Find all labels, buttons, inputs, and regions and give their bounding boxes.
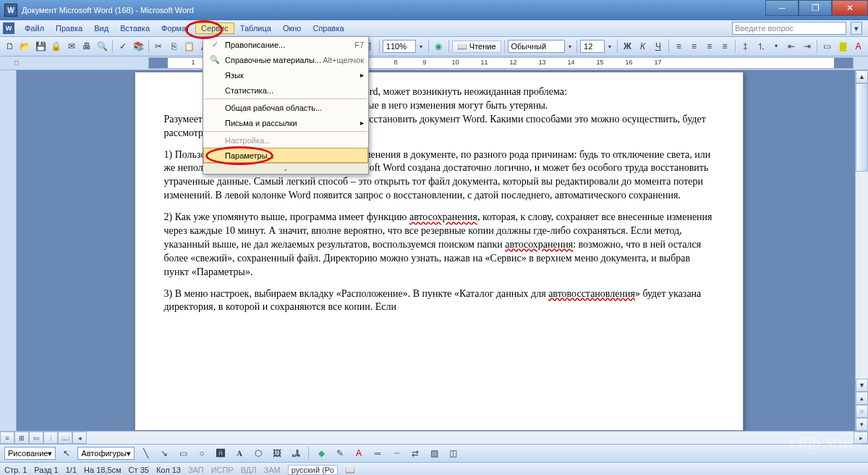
shadow-icon[interactable]: ▧ xyxy=(426,445,442,461)
minimize-button[interactable]: ─ xyxy=(765,0,799,16)
font-color-draw-icon[interactable]: A xyxy=(351,445,367,461)
numbering-icon[interactable]: ⒈ xyxy=(754,38,767,54)
fontsize-select[interactable]: 12 xyxy=(580,40,605,53)
scroll-right-icon[interactable]: ▸ xyxy=(854,432,868,444)
research-icon[interactable]: 📚 xyxy=(131,38,145,54)
line-color-icon[interactable]: ✎ xyxy=(332,445,348,461)
menuitem-customize[interactable]: Настройка... xyxy=(203,133,368,148)
outline-view-icon[interactable]: ⋮ xyxy=(43,432,58,444)
zoom-dropdown-icon[interactable]: ▾ xyxy=(417,43,425,50)
highlight-icon[interactable]: ▇ xyxy=(836,38,850,54)
status-ovr[interactable]: ЗАМ xyxy=(264,466,281,474)
status-ext[interactable]: ВДЛ xyxy=(241,466,257,474)
fontsize-dropdown-icon[interactable]: ▾ xyxy=(606,43,613,50)
copy-icon[interactable]: ⎘ xyxy=(167,38,181,54)
menu-table[interactable]: Таблица xyxy=(234,22,277,34)
line-style-icon[interactable]: ═ xyxy=(370,445,386,461)
draw-menu-button[interactable]: Рисование ▾ xyxy=(4,447,56,460)
menuitem-shared-workspace[interactable]: Общая рабочая область... xyxy=(203,100,368,115)
expand-menu-icon[interactable]: ⌄ xyxy=(203,163,368,174)
reading-mode-button[interactable]: 📖 Чтение xyxy=(452,41,501,53)
help-dropdown-icon[interactable]: ▾ xyxy=(851,22,862,35)
open-icon[interactable]: 📂 xyxy=(18,38,32,54)
horizontal-scrollbar[interactable]: ≡ ⊞ ▭ ⋮ 📖 ◂ ▸ xyxy=(0,431,868,444)
menu-view[interactable]: Вид xyxy=(88,22,114,34)
menuitem-options[interactable]: Параметры... xyxy=(203,148,368,163)
normal-view-icon[interactable]: ≡ xyxy=(0,432,14,444)
decrease-indent-icon[interactable]: ⇤ xyxy=(785,38,799,54)
help-search-input[interactable]: Введите вопрос xyxy=(732,22,846,35)
picture-icon[interactable]: 🏞 xyxy=(288,445,304,461)
web-view-icon[interactable]: ⊞ xyxy=(14,432,29,444)
menuitem-wordcount[interactable]: Статистика... xyxy=(203,83,368,98)
dash-style-icon[interactable]: ┈ xyxy=(388,445,404,461)
select-objects-icon[interactable]: ↖ xyxy=(59,445,75,461)
style-select[interactable]: Обычный xyxy=(508,40,565,53)
line-icon[interactable]: ╲ xyxy=(137,445,153,461)
oval-icon[interactable]: ○ xyxy=(194,445,210,461)
fill-color-icon[interactable]: ◆ xyxy=(313,445,329,461)
menuitem-research[interactable]: 🔍 Справочные материалы... Alt+щелчок xyxy=(203,52,368,67)
3d-icon[interactable]: ◫ xyxy=(445,445,461,461)
status-rec[interactable]: ЗАП xyxy=(188,466,204,474)
status-trk[interactable]: ИСПР xyxy=(211,466,234,474)
menuitem-spelling[interactable]: ✓ Правописание... F7 xyxy=(203,37,368,52)
cut-icon[interactable]: ✂ xyxy=(152,38,166,54)
align-left-icon[interactable]: ≡ xyxy=(672,38,686,54)
menu-insert[interactable]: Вставка xyxy=(114,22,156,34)
paste-icon[interactable]: 📋 xyxy=(182,38,196,54)
bold-icon[interactable]: Ж xyxy=(621,38,634,54)
mail-icon[interactable]: ✉ xyxy=(64,38,78,54)
menu-window[interactable]: Окно xyxy=(277,22,307,34)
align-right-icon[interactable]: ≡ xyxy=(702,38,716,54)
spellcheck-status-icon[interactable]: 📖 xyxy=(345,466,355,475)
scroll-track[interactable] xyxy=(856,83,868,379)
vertical-scrollbar[interactable]: ▲ ▼ ▴ ○ ▾ xyxy=(855,70,868,431)
increase-indent-icon[interactable]: ⇥ xyxy=(800,38,814,54)
document-viewport[interactable]: ах Microsoft Word, может возникнуть неож… xyxy=(22,70,855,431)
arrow-icon[interactable]: ↘ xyxy=(156,445,172,461)
prev-page-icon[interactable]: ▴ xyxy=(856,392,868,405)
menu-format[interactable]: Формат xyxy=(156,22,195,34)
menu-file[interactable]: Файл xyxy=(19,22,50,34)
vertical-ruler[interactable] xyxy=(0,70,17,431)
reading-view-icon[interactable]: 📖 xyxy=(58,432,72,444)
italic-icon[interactable]: К xyxy=(636,38,650,54)
browse-object-icon[interactable]: ○ xyxy=(856,405,868,418)
align-center-icon[interactable]: ≡ xyxy=(687,38,701,54)
underline-icon[interactable]: Ч xyxy=(651,38,665,54)
diagram-icon[interactable]: ⬡ xyxy=(250,445,266,461)
scroll-up-icon[interactable]: ▲ xyxy=(856,70,868,83)
next-page-icon[interactable]: ▾ xyxy=(856,418,868,431)
wordart-icon[interactable]: 𝐀 xyxy=(231,445,247,461)
menu-tools[interactable]: Сервис xyxy=(195,22,234,34)
print-icon[interactable]: 🖶 xyxy=(80,38,93,54)
arrow-style-icon[interactable]: ⇄ xyxy=(407,445,423,461)
preview-icon[interactable]: 🔍 xyxy=(95,38,109,54)
status-language[interactable]: русский (Ро xyxy=(288,465,338,475)
clipart-icon[interactable]: 🖼 xyxy=(269,445,285,461)
scroll-thumb[interactable] xyxy=(856,83,868,172)
zoom-input[interactable]: 110% xyxy=(383,40,416,53)
save-icon[interactable]: 💾 xyxy=(34,38,48,54)
menuitem-letters-mailings[interactable]: Письма и рассылки ▸ xyxy=(203,115,368,130)
new-icon[interactable]: 🗋 xyxy=(3,38,17,54)
rectangle-icon[interactable]: ▭ xyxy=(175,445,191,461)
menuitem-language[interactable]: Язык ▸ xyxy=(203,67,368,83)
bullets-icon[interactable]: • xyxy=(769,38,783,54)
print-view-icon[interactable]: ▭ xyxy=(29,432,43,444)
align-justify-icon[interactable]: ≡ xyxy=(718,38,731,54)
menu-help[interactable]: Справка xyxy=(307,22,349,34)
textbox-icon[interactable]: 🅰 xyxy=(213,445,229,461)
font-color-icon[interactable]: A xyxy=(851,38,865,54)
menu-edit[interactable]: Правка xyxy=(50,22,88,34)
line-spacing-icon[interactable]: ‡ xyxy=(739,38,752,54)
permissions-icon[interactable]: 🔒 xyxy=(49,38,63,54)
spellcheck-icon[interactable]: ✓ xyxy=(116,38,129,54)
maximize-button[interactable]: ❐ xyxy=(799,0,832,16)
borders-icon[interactable]: ▭ xyxy=(820,38,834,54)
scroll-down-icon[interactable]: ▼ xyxy=(856,379,868,392)
help-icon[interactable]: ◉ xyxy=(432,38,446,54)
scroll-left-icon[interactable]: ◂ xyxy=(72,432,87,444)
style-dropdown-icon[interactable]: ▾ xyxy=(566,43,574,50)
